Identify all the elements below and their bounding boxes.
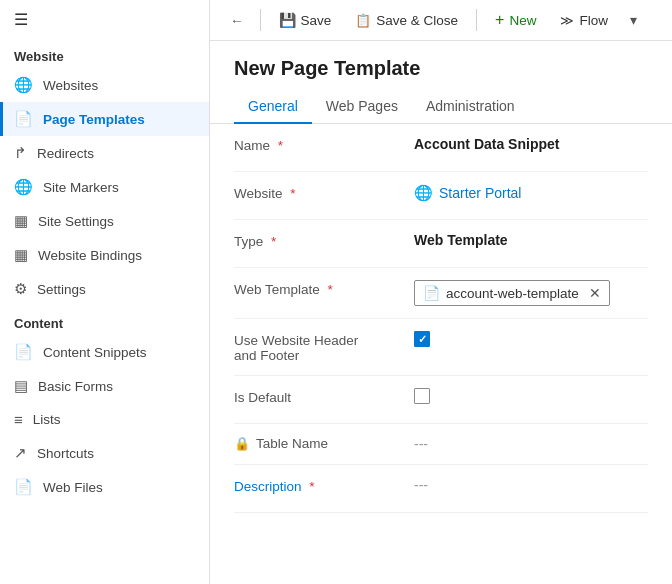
name-required: * bbox=[278, 138, 283, 153]
sidebar-item-label: Shortcuts bbox=[37, 446, 94, 461]
save-icon: 💾 bbox=[279, 12, 296, 28]
plus-icon: + bbox=[495, 11, 504, 29]
shortcuts-icon: ↗ bbox=[14, 444, 27, 462]
tabs: General Web Pages Administration bbox=[210, 90, 672, 124]
form-row-table-name: 🔒 Table Name --- bbox=[234, 424, 648, 465]
sidebar-item-content-snippets[interactable]: 📄 Content Snippets bbox=[0, 335, 209, 369]
save-close-icon: 📋 bbox=[355, 13, 371, 28]
flow-label: Flow bbox=[579, 13, 608, 28]
is-default-value bbox=[414, 388, 648, 404]
use-header-footer-label: Use Website Header and Footer bbox=[234, 331, 414, 363]
sidebar-item-site-markers[interactable]: 🌐 Site Markers bbox=[0, 170, 209, 204]
sidebar-item-label: Content Snippets bbox=[43, 345, 147, 360]
sidebar-item-website-bindings[interactable]: ▦ Website Bindings bbox=[0, 238, 209, 272]
description-required: * bbox=[309, 479, 314, 494]
table-name-value: --- bbox=[414, 436, 648, 452]
chevron-down-icon: ▾ bbox=[630, 12, 637, 28]
flow-icon: ≫ bbox=[560, 13, 574, 28]
checkmark-icon: ✓ bbox=[418, 333, 427, 346]
save-close-label: Save & Close bbox=[376, 13, 458, 28]
page-template-icon: 📄 bbox=[14, 110, 33, 128]
sidebar-item-settings[interactable]: ⚙ Settings bbox=[0, 272, 209, 306]
save-label: Save bbox=[301, 13, 332, 28]
web-files-icon: 📄 bbox=[14, 478, 33, 496]
website-label: Website * bbox=[234, 184, 414, 201]
basic-forms-icon: ▤ bbox=[14, 377, 28, 395]
form-row-is-default: Is Default bbox=[234, 376, 648, 424]
sidebar-item-label: Basic Forms bbox=[38, 379, 113, 394]
name-value: Account Data Snippet bbox=[414, 136, 648, 152]
web-template-text: account-web-template bbox=[446, 286, 579, 301]
sidebar-item-label: Redirects bbox=[37, 146, 94, 161]
page-title: New Page Template bbox=[234, 57, 648, 80]
globe-icon: 🌐 bbox=[414, 184, 433, 202]
sidebar-item-label: Site Markers bbox=[43, 180, 119, 195]
web-template-value: 📄 account-web-template ✕ bbox=[414, 280, 648, 306]
site-markers-icon: 🌐 bbox=[14, 178, 33, 196]
toolbar-separator-1 bbox=[260, 9, 261, 31]
sidebar-item-label: Settings bbox=[37, 282, 86, 297]
table-name-dashes: --- bbox=[414, 436, 428, 452]
sidebar-item-label: Web Files bbox=[43, 480, 103, 495]
hamburger-icon[interactable]: ☰ bbox=[14, 10, 28, 29]
sidebar-section-website: Website bbox=[0, 39, 209, 68]
web-template-required: * bbox=[328, 282, 333, 297]
sidebar-item-lists[interactable]: ≡ Lists bbox=[0, 403, 209, 436]
tab-administration[interactable]: Administration bbox=[412, 90, 529, 124]
lists-icon: ≡ bbox=[14, 411, 23, 428]
lock-icon: 🔒 bbox=[234, 436, 250, 451]
redirect-icon: ↱ bbox=[14, 144, 27, 162]
sidebar-item-redirects[interactable]: ↱ Redirects bbox=[0, 136, 209, 170]
sidebar-item-shortcuts[interactable]: ↗ Shortcuts bbox=[0, 436, 209, 470]
page-title-area: New Page Template bbox=[210, 41, 672, 90]
form-row-name: Name * Account Data Snippet bbox=[234, 124, 648, 172]
sidebar-item-label: Website Bindings bbox=[38, 248, 142, 263]
toolbar: ← 💾 Save 📋 Save & Close + New ≫ Flow ▾ bbox=[210, 0, 672, 41]
flow-dropdown-button[interactable]: ▾ bbox=[622, 7, 645, 33]
sidebar-item-label: Site Settings bbox=[38, 214, 114, 229]
save-button[interactable]: 💾 Save bbox=[269, 7, 342, 33]
sidebar-item-page-templates[interactable]: 📄 Page Templates bbox=[0, 102, 209, 136]
form-area: Name * Account Data Snippet Website * 🌐 … bbox=[210, 124, 672, 584]
back-button[interactable]: ← bbox=[222, 8, 252, 33]
description-dashes: --- bbox=[414, 477, 428, 493]
use-header-footer-value: ✓ bbox=[414, 331, 648, 347]
website-bindings-icon: ▦ bbox=[14, 246, 28, 264]
new-label: New bbox=[509, 13, 536, 28]
form-row-web-template: Web Template * 📄 account-web-template ✕ bbox=[234, 268, 648, 319]
web-template-field[interactable]: 📄 account-web-template ✕ bbox=[414, 280, 610, 306]
form-row-description: Description * --- bbox=[234, 465, 648, 513]
is-default-checkbox[interactable] bbox=[414, 388, 430, 404]
name-label: Name * bbox=[234, 136, 414, 153]
sidebar-item-websites[interactable]: 🌐 Websites bbox=[0, 68, 209, 102]
sidebar-item-label: Page Templates bbox=[43, 112, 145, 127]
use-header-footer-checkbox[interactable]: ✓ bbox=[414, 331, 430, 347]
save-close-button[interactable]: 📋 Save & Close bbox=[345, 8, 468, 33]
toolbar-separator-2 bbox=[476, 9, 477, 31]
description-value: --- bbox=[414, 477, 648, 493]
sidebar-section-content: Content bbox=[0, 306, 209, 335]
tab-web-pages[interactable]: Web Pages bbox=[312, 90, 412, 124]
site-settings-icon: ▦ bbox=[14, 212, 28, 230]
tab-general[interactable]: General bbox=[234, 90, 312, 124]
form-row-use-header-footer: Use Website Header and Footer ✓ bbox=[234, 319, 648, 376]
type-value: Web Template bbox=[414, 232, 648, 248]
type-required: * bbox=[271, 234, 276, 249]
flow-button[interactable]: ≫ Flow bbox=[550, 8, 618, 33]
is-default-label: Is Default bbox=[234, 388, 414, 405]
new-button[interactable]: + New bbox=[485, 6, 546, 34]
doc-icon: 📄 bbox=[423, 285, 440, 301]
back-arrow-icon: ← bbox=[230, 13, 244, 28]
globe-icon: 🌐 bbox=[14, 76, 33, 94]
sidebar-item-site-settings[interactable]: ▦ Site Settings bbox=[0, 204, 209, 238]
content-snippets-icon: 📄 bbox=[14, 343, 33, 361]
form-row-type: Type * Web Template bbox=[234, 220, 648, 268]
settings-icon: ⚙ bbox=[14, 280, 27, 298]
sidebar-item-basic-forms[interactable]: ▤ Basic Forms bbox=[0, 369, 209, 403]
sidebar-item-web-files[interactable]: 📄 Web Files bbox=[0, 470, 209, 504]
sidebar-item-label: Lists bbox=[33, 412, 61, 427]
clear-web-template-button[interactable]: ✕ bbox=[589, 285, 601, 301]
description-label: Description * bbox=[234, 477, 414, 494]
website-value[interactable]: 🌐 Starter Portal bbox=[414, 184, 648, 202]
website-required: * bbox=[290, 186, 295, 201]
